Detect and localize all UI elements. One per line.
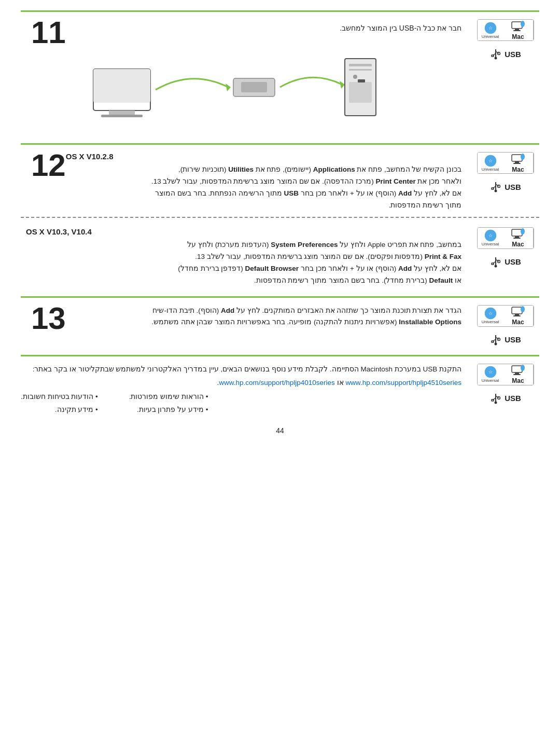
section-13-left: Mac ☆ Universal USB xyxy=(472,305,539,346)
svg-rect-22 xyxy=(349,69,372,71)
usb-row-13: USB xyxy=(490,334,521,346)
usb-row-footer: USB xyxy=(490,393,521,404)
mac-label-footer: Mac xyxy=(512,377,524,384)
mac-universal-badge-11: Mac ☆ Universal xyxy=(477,19,534,41)
page-number: 44 xyxy=(21,426,539,435)
universal-box-12b: ☆ Universal xyxy=(478,227,503,249)
universal-label-footer: Universal xyxy=(482,379,499,383)
svg-rect-72 xyxy=(492,399,494,401)
universal-box-12: ☆ Universal xyxy=(478,152,503,174)
usb-text-11: USB xyxy=(505,50,521,59)
mac-label-11: Mac xyxy=(512,33,524,40)
footer-url2: www.hp.com/support/hpljp4510series xyxy=(345,379,461,386)
mac-universal-badge-12: Mac ☆ Universal xyxy=(477,152,534,174)
universal-box-13: ☆ Universal xyxy=(478,305,503,327)
svg-rect-10 xyxy=(492,55,494,57)
svg-point-61 xyxy=(495,342,497,345)
os-title-12: OS X V10.2.8 xyxy=(66,152,461,161)
svg-point-73 xyxy=(495,401,497,404)
footer-section: Mac ☆ Universal USB xyxy=(21,355,539,417)
footer-bullet-2-2: • מידע תקינה. xyxy=(21,404,98,416)
usb-text-12b: USB xyxy=(505,257,521,266)
universal-box-11: ☆ Universal xyxy=(478,19,503,41)
svg-rect-50 xyxy=(512,307,522,314)
svg-point-49 xyxy=(495,265,497,267)
svg-rect-38 xyxy=(512,229,522,236)
svg-marker-19 xyxy=(340,81,345,89)
section-11: Mac ☆ Universal USB xyxy=(21,10,539,134)
footer-bullet-1-2: • מידע על פתרון בעיות. xyxy=(129,404,208,416)
mac-box-footer: Mac xyxy=(503,364,534,385)
usb-icon-11 xyxy=(490,48,501,60)
universal-label-12: Universal xyxy=(482,168,499,172)
section-11-illustration xyxy=(26,46,461,134)
usb-icon-12b xyxy=(490,256,501,268)
section-11-content: חבר את כבל ה-USB בין המוצר למחשב. 11 xyxy=(21,19,472,134)
footer-bullets: • הוראות שימוש מפורטות. • מידע על פתרון … xyxy=(21,391,461,416)
usb-row-12: USB xyxy=(490,181,521,192)
usb-row-12b: USB xyxy=(490,256,521,268)
universal-label-12b: Universal xyxy=(482,242,499,247)
mac-icon-13 xyxy=(511,306,525,319)
step-number-12: 12 xyxy=(31,152,66,178)
svg-point-65 xyxy=(521,365,525,371)
svg-text:☆: ☆ xyxy=(488,25,493,31)
svg-point-37 xyxy=(495,190,497,192)
universal-label-13: Universal xyxy=(482,320,499,325)
svg-rect-27 xyxy=(515,161,519,163)
mac-label-12: Mac xyxy=(512,166,524,173)
mac-universal-badge-footer: Mac ☆ Universal xyxy=(477,364,534,385)
svg-marker-16 xyxy=(226,84,231,91)
svg-rect-63 xyxy=(515,372,519,374)
mac-universal-badge-12b: Mac ☆ Universal xyxy=(477,227,534,249)
usb-connection-illustration xyxy=(88,48,399,131)
svg-point-29 xyxy=(521,154,525,160)
svg-rect-2 xyxy=(513,30,521,31)
universal-box-footer: ☆ Universal xyxy=(478,364,503,385)
section-11-text: חבר את כבל ה-USB בין המוצר למחשב. xyxy=(66,22,461,35)
svg-text:☆: ☆ xyxy=(488,233,493,239)
svg-rect-15 xyxy=(101,115,143,117)
usb-text-13: USB xyxy=(505,335,521,344)
svg-rect-40 xyxy=(513,238,521,239)
svg-rect-25 xyxy=(358,79,365,82)
mac-universal-badge-13: Mac ☆ Universal xyxy=(477,305,534,327)
svg-rect-39 xyxy=(515,236,519,238)
svg-rect-36 xyxy=(492,188,494,189)
mac-label-12b: Mac xyxy=(512,241,524,248)
usb-icon-12 xyxy=(490,181,501,192)
svg-rect-48 xyxy=(492,263,494,265)
page-container: Mac ☆ Universal USB xyxy=(0,0,560,450)
usb-text-footer: USB xyxy=(505,394,521,403)
usb-icon-footer xyxy=(490,393,501,404)
section-12b-left: Mac ☆ Universal USB xyxy=(472,227,539,287)
section-12-content: OS X V10.2.8 בכונן הקשיח של המחשב, פתח א… xyxy=(21,152,472,212)
section-12-left: Mac ☆ Universal USB xyxy=(472,152,539,212)
usb-row-11: USB xyxy=(490,48,521,60)
mac-icon-12 xyxy=(511,153,525,166)
usb-text-12: USB xyxy=(505,183,521,191)
universal-icon-11: ☆ xyxy=(484,21,497,35)
step-number-11: 11 xyxy=(31,19,66,46)
svg-rect-28 xyxy=(513,163,521,164)
svg-rect-14 xyxy=(109,110,135,115)
footer-bullet-col2: • הודעות בטיחות חשובות. • מידע תקינה. xyxy=(21,391,98,416)
svg-rect-62 xyxy=(512,366,522,372)
section-12: Mac ☆ Universal USB xyxy=(21,143,539,287)
dashed-divider xyxy=(21,217,539,218)
svg-rect-64 xyxy=(513,374,521,375)
mac-box-13: Mac xyxy=(503,305,534,327)
mac-icon-11 xyxy=(511,20,525,33)
footer-text-block: התקנת USB במערכת Macintosh הסתיימה. לקבל… xyxy=(21,364,472,417)
universal-label-11: Universal xyxy=(482,35,499,39)
footer-url-connector: או xyxy=(337,379,344,386)
svg-rect-13 xyxy=(93,69,150,103)
section-13-content: הגדר את תצורת תוכנת המוצר כך שתזהה את הא… xyxy=(21,305,472,331)
svg-point-11 xyxy=(495,57,497,60)
svg-rect-21 xyxy=(349,64,372,66)
svg-rect-52 xyxy=(513,315,521,316)
footer-bullet-2-1: • הודעות בטיחות חשובות. xyxy=(21,391,98,403)
svg-rect-1 xyxy=(515,29,519,30)
footer-url1: www.hp.com/support/hpljp4010series xyxy=(219,379,335,386)
footer-intro: התקנת USB במערכת Macintosh הסתיימה. לקבל… xyxy=(21,364,461,376)
